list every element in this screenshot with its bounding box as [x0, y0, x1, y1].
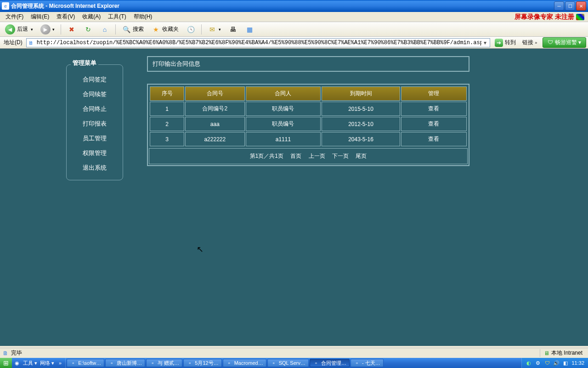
col-manage: 管理 [401, 86, 467, 101]
mail-button[interactable]: ✉▾ [204, 23, 224, 36]
cell: 2043-5-16 [322, 132, 400, 146]
links-label[interactable]: 链接 » [520, 39, 539, 46]
taskbar-task[interactable]: ▫5月12号… [183, 359, 221, 367]
view-link[interactable]: 查看 [401, 102, 467, 116]
task-icon: ▫ [354, 360, 360, 366]
sidebar-item-sign[interactable]: 合同签定 [67, 72, 123, 87]
ie-icon: e [2, 2, 9, 10]
status-bar: 🗎 完毕 🖥 本地 Intranet [0, 348, 588, 358]
stop-icon: ✖ [67, 25, 76, 34]
taskbar-task[interactable]: ▫SQL Serv… [267, 359, 309, 367]
page-icon: 🗎 [28, 39, 35, 46]
pager-info: 第1页／共1页 [250, 153, 283, 159]
pager-prev[interactable]: 上一页 [309, 153, 325, 159]
col-seq: 序号 [150, 86, 184, 101]
forward-button[interactable]: ►▾ [37, 23, 58, 36]
table-row: 1合同编号2职员编号2015-5-10查看 [150, 102, 467, 116]
back-icon: ◄ [5, 24, 15, 34]
sidebar-item-permission[interactable]: 权限管理 [67, 146, 123, 161]
toolbar: ◄后退▾ ►▾ ✖ ↻ ⌂ 🔍搜索 ★收藏夹 🕓 ✉▾ 🖶 ▦ [0, 22, 588, 37]
tray-icon-2[interactable]: ⚙ [535, 360, 541, 366]
url-field[interactable]: 🗎 ▾ [26, 38, 490, 47]
menu-help[interactable]: 帮助(H) [130, 12, 156, 22]
search-icon: 🔍 [122, 25, 131, 34]
main-panel: 打印输出合同信息 序号 合同号 合同人 到期时间 管理 1合同编号2职员编号20… [147, 56, 469, 166]
taskbar: ⊞ ◉ 工具 ▾ 网络 ▾ » ▫E:\softw…▫唐山新博…▫与 赠贰…▫5… [0, 358, 588, 368]
sidebar-menu: 管理菜单 合同签定 合同续签 合同终止 打印报表 员工管理 权限管理 退出系统 [66, 56, 123, 180]
flag-icon [576, 14, 584, 20]
refresh-button[interactable]: ↻ [80, 23, 96, 36]
task-icon: ▫ [108, 360, 115, 366]
taskbar-task[interactable]: ▫Macromed… [223, 359, 266, 367]
stop-button[interactable]: ✖ [64, 23, 79, 36]
ql-tools[interactable]: 工具 ▾ [23, 360, 37, 367]
tray-icon-3[interactable]: 🛡 [544, 360, 550, 366]
cell: aaa [185, 117, 245, 131]
sidebar-item-renew[interactable]: 合同续签 [67, 87, 123, 102]
ql-icon[interactable]: ◉ [14, 360, 20, 366]
sidebar-item-terminate[interactable]: 合同终止 [67, 102, 123, 116]
maximize-button[interactable]: ☐ [565, 1, 575, 11]
clock[interactable]: 11:32 [571, 360, 584, 366]
ql-network[interactable]: 网络 ▾ [40, 360, 54, 367]
intranet-icon: 🖥 [544, 350, 549, 356]
home-button[interactable]: ⌂ [97, 23, 113, 36]
ql-sep-icon[interactable]: » [57, 360, 63, 366]
mail-icon: ✉ [208, 25, 217, 34]
tray-icon-5[interactable]: ◧ [562, 360, 569, 366]
start-button[interactable]: ⊞ [0, 358, 12, 368]
col-contract-no: 合同号 [185, 86, 245, 101]
close-button[interactable]: ✕ [576, 1, 586, 11]
status-text: 完毕 [11, 349, 540, 357]
url-input[interactable] [37, 40, 481, 46]
panel-header: 打印输出合同信息 [147, 56, 469, 72]
tray-icon-1[interactable]: ◐ [526, 360, 532, 366]
cell: 职员编号 [246, 117, 321, 131]
history-icon: 🕓 [186, 25, 195, 34]
taskbar-task[interactable]: ▫- 七天… [351, 359, 384, 367]
menu-edit[interactable]: 编辑(E) [27, 12, 53, 22]
security-zone: 🖥 本地 Intranet [540, 349, 586, 357]
pager-last[interactable]: 尾页 [356, 153, 367, 159]
view-link[interactable]: 查看 [401, 117, 467, 131]
favorites-button[interactable]: ★收藏夹 [148, 23, 182, 36]
cell: 1 [150, 102, 184, 116]
cell: 3 [150, 132, 184, 146]
cell: 合同编号2 [185, 102, 245, 116]
task-icon: ▫ [187, 360, 193, 366]
data-table-wrap: 序号 合同号 合同人 到期时间 管理 1合同编号2职员编号2015-5-10查看… [147, 84, 469, 166]
table-header-row: 序号 合同号 合同人 到期时间 管理 [150, 86, 467, 101]
minimize-button[interactable]: ─ [554, 1, 564, 11]
print-button[interactable]: 🖶 [225, 23, 241, 36]
task-icon: ▫ [271, 360, 277, 366]
sidebar-title: 管理菜单 [71, 59, 98, 67]
task-icon: ▫ [313, 360, 319, 366]
view-link[interactable]: 查看 [401, 132, 467, 146]
go-button[interactable]: ➔转到 [492, 38, 519, 48]
back-button[interactable]: ◄后退▾ [2, 23, 36, 36]
pager-next[interactable]: 下一页 [332, 153, 349, 159]
watermark: 屏幕录像专家 未注册 [514, 13, 586, 21]
sidebar-item-print[interactable]: 打印报表 [67, 116, 123, 131]
menu-favorites[interactable]: 收藏(A) [79, 12, 104, 22]
sidebar-item-exit[interactable]: 退出系统 [67, 161, 123, 175]
menubar: 文件(F) 编辑(E) 查看(V) 收藏(A) 工具(T) 帮助(H) 屏幕录像… [0, 12, 588, 22]
taskbar-task[interactable]: ▫与 赠贰… [146, 359, 182, 367]
menu-view[interactable]: 查看(V) [53, 12, 79, 22]
menu-file[interactable]: 文件(F) [2, 12, 27, 22]
url-dropdown[interactable]: ▾ [481, 40, 489, 46]
sidebar-item-employee[interactable]: 员工管理 [67, 131, 123, 146]
search-button[interactable]: 🔍搜索 [119, 23, 147, 36]
taskbar-task[interactable]: ▫唐山新博… [105, 359, 145, 367]
ext-button[interactable]: 🛡 畅游巡警 ▾ [543, 37, 586, 48]
taskbar-task[interactable]: ▫合同管理… [310, 359, 350, 367]
taskbar-task[interactable]: ▫E:\softw… [67, 359, 104, 367]
pager-first[interactable]: 首页 [290, 153, 301, 159]
history-button[interactable]: 🕓 [183, 23, 198, 36]
tray-icon-4[interactable]: 🔊 [553, 360, 560, 366]
menu-tools[interactable]: 工具(T) [104, 12, 130, 22]
window-title: 合同管理系统 - Microsoft Internet Explorer [11, 2, 554, 10]
edit-button[interactable]: ▦ [242, 23, 257, 36]
pager: 第1页／共1页 首页 上一页 下一页 尾页 [149, 148, 468, 164]
cursor-icon: ↖ [197, 244, 204, 254]
